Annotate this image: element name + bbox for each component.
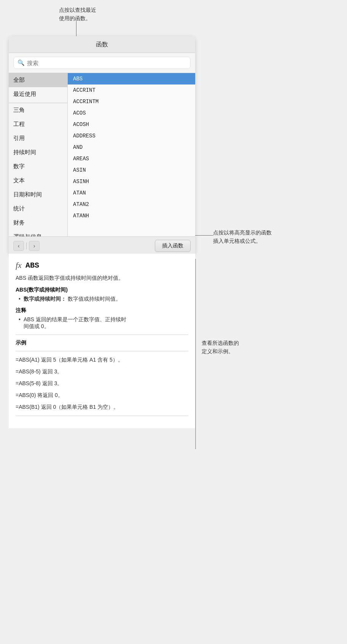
example-item-1: =ABS(8-5) 返回 3。 xyxy=(16,368,188,376)
example-item-2: =ABS(5-8) 返回 3。 xyxy=(16,379,188,387)
function-item-atanh[interactable]: ATANH xyxy=(68,210,195,222)
category-item-finance[interactable]: 财务 xyxy=(9,216,67,230)
param-desc: 数字值或持续时间值。 xyxy=(66,296,121,303)
category-item-recent[interactable]: 最近使用 xyxy=(9,87,67,101)
category-item-datetime[interactable]: 日期和时间 xyxy=(9,188,67,202)
fx-icon: fx xyxy=(16,260,22,270)
nav-next-button[interactable]: › xyxy=(29,241,40,251)
function-item-areas[interactable]: AREAS xyxy=(68,153,195,164)
category-item-text[interactable]: 文本 xyxy=(9,174,67,188)
function-item-asinh[interactable]: ASINH xyxy=(68,176,195,187)
category-item-engineering[interactable]: 工程 xyxy=(9,117,67,131)
nav-buttons: ‹ › xyxy=(13,241,40,251)
desc-bracket xyxy=(195,259,196,449)
example-item-3: =ABS(0) 将返回 0。 xyxy=(16,391,188,399)
function-item-asin[interactable]: ASIN xyxy=(68,164,195,176)
top-annotation-line2: 使用的函数。 xyxy=(59,14,96,22)
insert-connector-h xyxy=(195,235,213,236)
example-item-0: =ABS(A1) 返回 5（如果单元格 A1 含有 5）。 xyxy=(16,356,188,364)
desc-annotation-line2: 定义和示例。 xyxy=(202,347,239,355)
bullet-icon: • xyxy=(19,296,21,302)
category-item-duration[interactable]: 持续时间 xyxy=(9,145,67,159)
category-item-reference[interactable]: 引用 xyxy=(9,131,67,145)
desc-header: fx ABS xyxy=(16,260,188,270)
insert-function-button[interactable]: 插入函数 xyxy=(155,240,191,252)
example-item-4: =ABS(B1) 返回 0（如果单元格 B1 为空）。 xyxy=(16,403,188,411)
nav-divider xyxy=(26,242,27,249)
divider-2 xyxy=(16,351,188,351)
function-panel: 函数 🔍 全部 最近使用 三角 工程 引用 持续时间 数字 文本 日期和时间 统… xyxy=(9,36,195,255)
category-item-trig[interactable]: 三角 xyxy=(9,103,67,117)
function-item-atan2[interactable]: ATAN2 xyxy=(68,199,195,210)
category-item-logic[interactable]: 逻辑与信息 xyxy=(9,230,67,236)
note-bullet-icon: • xyxy=(19,316,21,322)
panel-footer: ‹ › 插入函数 xyxy=(9,236,195,255)
description-panel: fx ABS ABS 函数返回数字值或持续时间值的绝对值。 ABS(数字或持续时… xyxy=(9,253,195,428)
search-icon: 🔍 xyxy=(18,59,25,66)
insert-annotation: 点按以将高亮显示的函数 插入单元格或公式。 xyxy=(213,228,272,245)
desc-text: ABS 函数返回数字值或持续时间值的绝对值。 xyxy=(16,274,188,282)
category-column: 全部 最近使用 三角 工程 引用 持续时间 数字 文本 日期和时间 统计 财务 … xyxy=(9,73,68,236)
function-item-address[interactable]: ADDRESS xyxy=(68,130,195,142)
top-annotation-line1: 点按以查找最近 xyxy=(59,6,96,14)
search-input[interactable] xyxy=(27,60,186,66)
insert-annotation-line2: 插入单元格或公式。 xyxy=(213,237,272,245)
function-item-and[interactable]: AND xyxy=(68,142,195,153)
function-list: 全部 最近使用 三角 工程 引用 持续时间 数字 文本 日期和时间 统计 财务 … xyxy=(9,73,195,236)
examples-title: 示例 xyxy=(16,340,188,346)
note-text: ABS 返回的结果是一个正数字值、正持续时间值或 0。 xyxy=(24,316,126,330)
outer-container: 点按以查找最近 使用的函数。 函数 🔍 全部 最近使用 三角 工程 引用 持续时… xyxy=(0,0,347,644)
note-item-0: • ABS 返回的结果是一个正数字值、正持续时间值或 0。 xyxy=(16,316,188,330)
desc-annotation-line1: 查看所选函数的 xyxy=(202,339,239,347)
top-annotation-line-v xyxy=(76,21,76,38)
nav-prev-button[interactable]: ‹ xyxy=(13,241,24,251)
func-name-title: ABS xyxy=(25,261,39,270)
category-item-all[interactable]: 全部 xyxy=(9,73,67,87)
category-item-number[interactable]: 数字 xyxy=(9,159,67,174)
insert-annotation-line1: 点按以将高亮显示的函数 xyxy=(213,228,272,237)
syntax-line: ABS(数字或持续时间) xyxy=(16,287,188,293)
panel-title: 函数 xyxy=(96,41,108,48)
function-item-abs[interactable]: ABS xyxy=(68,73,195,84)
category-item-stats[interactable]: 统计 xyxy=(9,202,67,216)
top-annotation: 点按以查找最近 使用的函数。 xyxy=(59,6,96,23)
param-name: 数字或持续时间： xyxy=(24,296,66,303)
divider-1 xyxy=(16,335,188,335)
function-item-accrintm[interactable]: ACCRINTM xyxy=(68,96,195,107)
desc-annotation: 查看所选函数的 定义和示例。 xyxy=(202,339,239,356)
notes-title: 注释 xyxy=(16,307,188,314)
panel-header: 函数 xyxy=(9,36,195,53)
search-bar[interactable]: 🔍 xyxy=(13,57,191,69)
function-item-acos[interactable]: ACOS xyxy=(68,107,195,119)
function-item-acosh[interactable]: ACOSH xyxy=(68,119,195,130)
function-item-accrint[interactable]: ACCRINT xyxy=(68,84,195,96)
function-item-atan[interactable]: ATAN xyxy=(68,187,195,199)
divider-3 xyxy=(16,416,188,416)
function-column: ABS ACCRINT ACCRINTM ACOS ACOSH ADDRESS … xyxy=(68,73,195,236)
param-item-0: • 数字或持续时间： 数字值或持续时间值。 xyxy=(16,296,188,303)
